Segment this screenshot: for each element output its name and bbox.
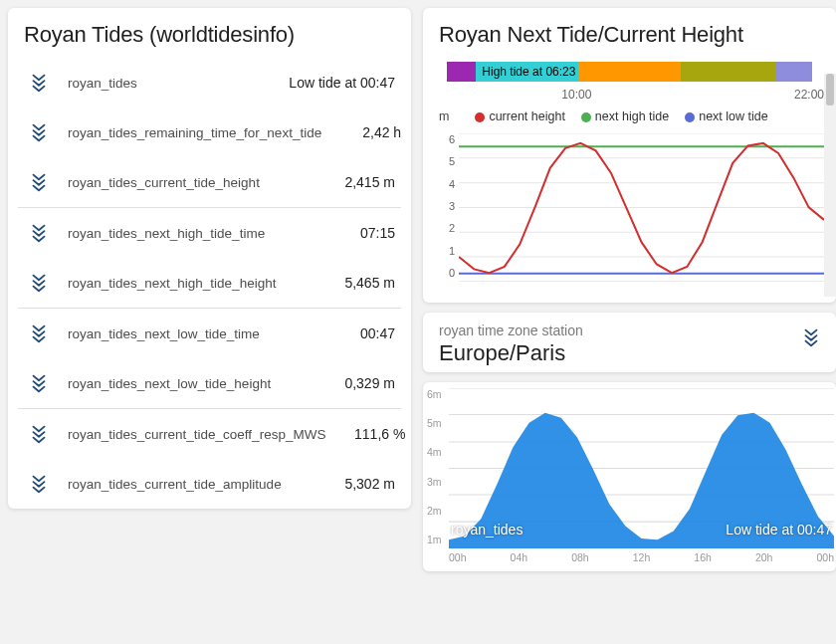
chevrons-down-icon bbox=[24, 121, 54, 143]
entity-value: 2,42 h bbox=[321, 124, 401, 140]
entity-value: Low tide at 00:47 bbox=[289, 75, 395, 91]
tick-label: 2m bbox=[427, 505, 449, 517]
entity-name: royan_tides_remaining_time_for_next_tide bbox=[54, 125, 321, 140]
tick-label: 10:00 bbox=[561, 88, 591, 102]
chevrons-down-icon bbox=[24, 72, 54, 94]
tick-label: 1m bbox=[427, 534, 449, 545]
chevrons-down-icon bbox=[24, 473, 54, 495]
chart-legend: m current heightnext high tidenext low t… bbox=[423, 104, 836, 127]
tick-label: 6m bbox=[427, 388, 449, 400]
chevrons-down-icon bbox=[24, 372, 54, 394]
history-segment[interactable] bbox=[578, 62, 681, 82]
entity-row[interactable]: royan_tidesLow tide at 00:47 bbox=[8, 58, 411, 107]
legend-item: current height bbox=[475, 109, 564, 123]
overlay-right-label: Low tide at 00:47 bbox=[726, 522, 832, 537]
card-title: Royan Next Tide/Current Height bbox=[423, 8, 836, 58]
overlay-left-label: royan_tides bbox=[451, 522, 522, 537]
entity-row[interactable]: royan_tides_next_low_tide_height0,329 m bbox=[8, 358, 411, 408]
history-bar[interactable]: High tide at 06:23 bbox=[447, 62, 812, 82]
tick-label: 00h bbox=[816, 551, 834, 563]
entity-value: 2,415 m bbox=[315, 174, 395, 190]
x-axis: 00h04h08h12h16h20h00h bbox=[449, 551, 834, 563]
legend-item: next low tide bbox=[685, 109, 767, 123]
chevrons-down-icon bbox=[24, 423, 54, 445]
chevrons-down-icon bbox=[24, 322, 54, 344]
tick-label: 12h bbox=[633, 551, 651, 563]
entity-row[interactable]: royan_tides_remaining_time_for_next_tide… bbox=[8, 107, 411, 157]
y-axis: 6543210 bbox=[435, 133, 459, 279]
y-axis: 6m5m4m3m2m1m bbox=[425, 388, 449, 545]
entity-name: royan_tides_next_high_tide_time bbox=[54, 226, 315, 241]
entity-value: 0,329 m bbox=[315, 375, 395, 391]
entity-value: 5,465 m bbox=[315, 275, 395, 291]
history-segment[interactable]: High tide at 06:23 bbox=[476, 62, 578, 82]
chevrons-down-icon bbox=[800, 326, 822, 352]
chevrons-down-icon bbox=[24, 222, 54, 244]
card-title: Royan Tides (worldtidesinfo) bbox=[8, 8, 411, 58]
tick-label: 04h bbox=[511, 551, 528, 563]
tick-label: 08h bbox=[571, 551, 589, 563]
line-chart[interactable]: 6543210 bbox=[435, 129, 836, 297]
time-ticks: 10:00 22:00 bbox=[435, 82, 824, 104]
entity-row[interactable]: royan_tides_current_tide_amplitude5,302 … bbox=[8, 459, 411, 509]
entity-name: royan_tides_current_tide_coeff_resp_MWS bbox=[54, 427, 325, 442]
line-chart-svg bbox=[459, 133, 824, 282]
tz-subtitle: royan time zone station bbox=[439, 322, 820, 338]
entity-name: royan_tides_next_low_tide_time bbox=[54, 326, 315, 341]
area-overlay: royan_tides Low tide at 00:47 bbox=[449, 522, 834, 537]
tide-area-card[interactable]: 6m5m4m3m2m1m royan_tides Low tide at 00:… bbox=[423, 382, 836, 571]
entity-value: 111,6 % bbox=[325, 426, 405, 442]
entity-name: royan_tides_next_high_tide_height bbox=[54, 276, 315, 291]
entity-row[interactable]: royan_tides_current_tide_height2,415 m bbox=[8, 157, 411, 207]
entity-value: 00:47 bbox=[315, 325, 395, 341]
tides-entities-card: Royan Tides (worldtidesinfo) royan_tides… bbox=[8, 8, 411, 509]
chevrons-down-icon bbox=[24, 272, 54, 294]
chart-scrollbar[interactable] bbox=[824, 74, 836, 297]
entity-name: royan_tides_next_low_tide_height bbox=[54, 376, 315, 391]
tick-label: 3m bbox=[427, 476, 449, 488]
tick-label: 5m bbox=[427, 417, 449, 429]
entity-value: 07:15 bbox=[315, 225, 395, 241]
tick-label: 16h bbox=[694, 551, 712, 563]
scrollbar-thumb[interactable] bbox=[826, 74, 834, 106]
segment-label: High tide at 06:23 bbox=[476, 62, 575, 82]
tick-label: 00h bbox=[449, 551, 467, 563]
chevrons-down-icon bbox=[24, 171, 54, 193]
entity-row[interactable]: royan_tides_next_low_tide_time00:47 bbox=[8, 309, 411, 358]
tz-value: Europe/Paris bbox=[439, 340, 820, 366]
legend-item: next high tide bbox=[581, 109, 669, 123]
timezone-card[interactable]: royan time zone station Europe/Paris bbox=[423, 313, 836, 372]
entity-name: royan_tides_current_tide_amplitude bbox=[54, 477, 315, 492]
entity-row[interactable]: royan_tides_current_tide_coeff_resp_MWS1… bbox=[8, 409, 411, 459]
history-segment[interactable] bbox=[775, 62, 812, 82]
tick-label: 22:00 bbox=[794, 88, 824, 102]
tick-label: 20h bbox=[755, 551, 773, 563]
entity-value: 5,302 m bbox=[315, 476, 395, 492]
history-segment[interactable] bbox=[681, 62, 775, 82]
entity-name: royan_tides bbox=[54, 76, 289, 91]
history-segment[interactable] bbox=[447, 62, 476, 82]
y-axis-label: m bbox=[439, 109, 449, 123]
entity-name: royan_tides_current_tide_height bbox=[54, 175, 315, 190]
next-tide-card: Royan Next Tide/Current Height High tide… bbox=[423, 8, 836, 303]
tick-label: 4m bbox=[427, 446, 449, 458]
entity-row[interactable]: royan_tides_next_high_tide_time07:15 bbox=[8, 208, 411, 258]
entity-row[interactable]: royan_tides_next_high_tide_height5,465 m bbox=[8, 258, 411, 308]
